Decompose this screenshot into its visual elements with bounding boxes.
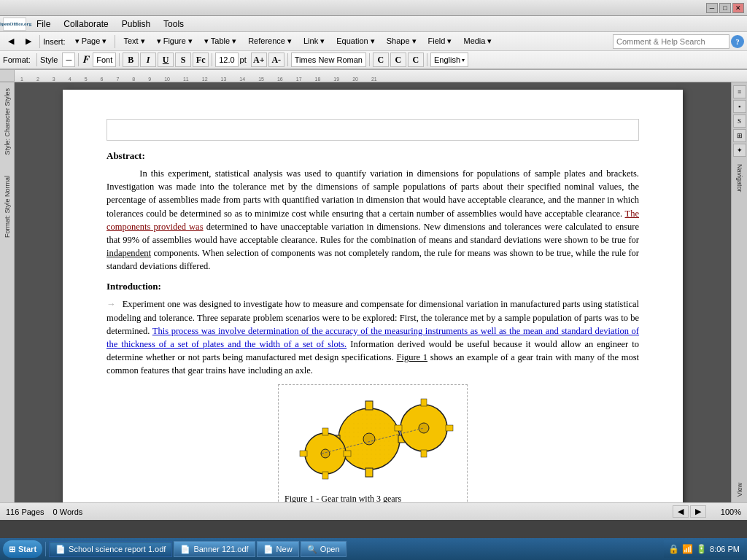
separator4	[78, 53, 79, 66]
intro-paragraph: → Experiment one was designed to investi…	[107, 298, 639, 377]
highlight-button[interactable]: C	[408, 52, 424, 67]
font-dropdown[interactable]: Font	[93, 52, 116, 67]
grow-font-button[interactable]: A+	[251, 52, 267, 67]
shrink-font-button[interactable]: A-	[268, 52, 285, 67]
tray-time: 8:06 PM	[710, 545, 740, 553]
insert-figure-button[interactable]: ▾ Figure ▾	[152, 35, 198, 47]
word-count: 0 Words	[53, 508, 83, 516]
insert-reference-button[interactable]: Reference ▾	[243, 35, 297, 47]
language-dropdown[interactable]: English ▾	[430, 52, 468, 67]
pt-label: pt	[240, 55, 247, 64]
menu-publish[interactable]: Publish	[116, 18, 156, 31]
svg-rect-21	[421, 450, 427, 457]
tray-icon2: 📶	[682, 544, 693, 555]
italic-button[interactable]: I	[140, 52, 156, 67]
back-button[interactable]: ◀	[3, 35, 19, 47]
style-dropdown[interactable]: ─	[62, 52, 75, 67]
underline-button[interactable]: U	[158, 52, 174, 67]
app-logo: OpenOffice.org	[3, 18, 26, 31]
figure-caption: Figure 1 - Gear train with 3 gears	[282, 493, 464, 502]
insert-page-button[interactable]: ▾ Page ▾	[70, 35, 112, 47]
help-button[interactable]: ?	[731, 35, 744, 48]
taskbar-item-label-0: School science report 1.odf	[69, 545, 166, 553]
style-char-tab[interactable]: Style: Character Styles	[2, 85, 12, 158]
ruler-horizontal: 1 2 3 4 5 6 7 8 9 10 11 12 13 14 15 16 1…	[15, 70, 747, 82]
abstract-text1: In this experiment, statistical analysis…	[107, 168, 639, 218]
abstract-text3: components. When selection of components…	[107, 248, 639, 271]
insert-text-button[interactable]: Text ▾	[118, 35, 150, 47]
system-tray: 🔒 📶 🔋 8:06 PM	[664, 540, 744, 558]
taskbar-item-icon-2: 📄	[263, 545, 274, 554]
sidebar-btn3[interactable]: S	[733, 114, 746, 128]
taskbar: ⊞ Start 📄 School science report 1.odf 📄 …	[0, 538, 747, 560]
insert-shape-button[interactable]: Shape ▾	[382, 35, 422, 47]
menu-bar: OpenOffice.org File Collaborate Publish …	[0, 16, 747, 32]
taskbar-item-label-1: Banner 121.odf	[193, 545, 248, 553]
insert-media-button[interactable]: Media ▾	[458, 35, 497, 47]
maximize-button[interactable]: □	[719, 3, 731, 13]
separator8	[369, 53, 370, 66]
zoom-level: 100%	[721, 508, 741, 516]
taskbar-item-label-3: Open	[320, 545, 340, 553]
svg-point-9	[338, 408, 400, 470]
minimize-button[interactable]: ─	[706, 3, 718, 13]
figure-caption-label: Figure 1 -	[285, 494, 319, 502]
fontname-dropdown[interactable]: Times New Roman	[291, 52, 366, 67]
sidebar-btn1[interactable]: ≡	[733, 85, 746, 98]
svg-rect-15	[300, 451, 307, 456]
format-style-tab[interactable]: Format: Style Normal	[2, 173, 12, 241]
taskbar-item-2[interactable]: 📄 New	[257, 541, 299, 557]
doc-header	[107, 119, 639, 141]
right-sidebar: ≡ ▪ S ⊞ ✦ Navigator View	[731, 82, 747, 502]
svg-rect-22	[446, 425, 453, 431]
sidebar-btn2[interactable]: ▪	[733, 100, 746, 113]
view-tab[interactable]: View	[736, 483, 743, 497]
figure-caption-text: Gear train with 3 gears	[319, 494, 401, 502]
bold-button[interactable]: B	[123, 52, 139, 67]
ruler-corner	[0, 70, 15, 82]
format-toolbar: Format: Style ─ 𝑭 Font B I U S Fc 12.0 p…	[0, 51, 747, 70]
window-controls: ─ □ ✕	[706, 3, 744, 13]
insert-link-button[interactable]: Link ▾	[298, 35, 330, 47]
taskbar-item-label-2: New	[276, 545, 293, 553]
special-button[interactable]: Fc	[193, 52, 209, 67]
menu-tools[interactable]: Tools	[158, 18, 190, 31]
svg-rect-12	[322, 428, 328, 435]
insert-table-button[interactable]: ▾ Table ▾	[199, 35, 241, 47]
svg-rect-23	[395, 425, 402, 431]
color1-button[interactable]: C	[373, 52, 389, 67]
menu-file[interactable]: File	[31, 18, 56, 31]
menu-collaborate[interactable]: Collaborate	[58, 18, 114, 31]
taskbar-item-1[interactable]: 📄 Banner 121.odf	[174, 541, 255, 557]
prev-page-btn[interactable]: ◀	[673, 505, 689, 518]
start-button[interactable]: ⊞ Start	[3, 540, 42, 558]
sidebar-btn4[interactable]: ⊞	[733, 129, 746, 142]
color2-button[interactable]: C	[390, 52, 406, 67]
close-button[interactable]: ✕	[732, 3, 744, 13]
help-search-input[interactable]	[613, 34, 729, 49]
insert-field-button[interactable]: Field ▾	[423, 35, 457, 47]
taskbar-item-0[interactable]: 📄 School science report 1.odf	[49, 541, 172, 557]
document-area[interactable]: Abstract: In this experiment, statistica…	[15, 82, 731, 502]
abstract-heading: Abstract:	[107, 149, 639, 163]
sidebar-btn5[interactable]: ✦	[733, 144, 746, 157]
svg-rect-14	[344, 451, 351, 456]
insert-equation-button[interactable]: Equation ▾	[331, 35, 379, 47]
figure1-ref[interactable]: Figure 1	[396, 352, 427, 362]
format-label: Format:	[3, 55, 31, 64]
figure-container: Figure 1 - Gear train with 3 gears	[278, 384, 468, 502]
document-page: Abstract: In this experiment, statistica…	[63, 90, 683, 502]
taskbar-item-3[interactable]: 🔍 Open	[301, 541, 347, 557]
figure-svg	[282, 388, 464, 490]
strikethrough-button[interactable]: S	[175, 52, 191, 67]
forward-button[interactable]: ▶	[20, 35, 36, 47]
separator2	[115, 35, 115, 48]
tray-icon1: 🔒	[668, 544, 679, 555]
navigator-tab[interactable]: Navigator	[736, 164, 743, 192]
page-count: 116 Pages	[6, 508, 44, 516]
svg-rect-13	[322, 472, 328, 479]
fontsize-dropdown[interactable]: 12.0	[215, 52, 238, 67]
next-page-btn[interactable]: ▶	[690, 505, 706, 518]
intro-heading: Introduction:	[107, 280, 639, 293]
abstract-word-underline: indapendent	[107, 248, 151, 258]
